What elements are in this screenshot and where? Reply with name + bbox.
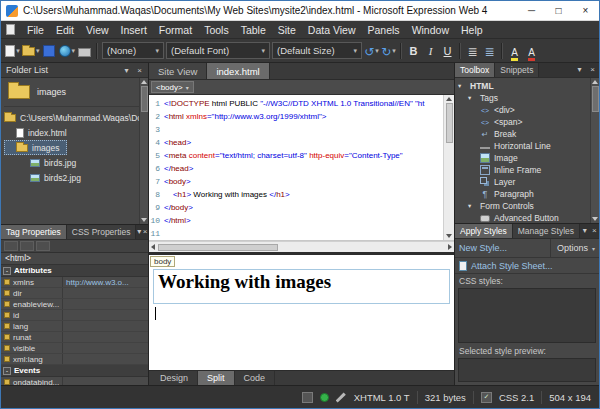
compatibility-check-icon[interactable]: ✓ — [481, 392, 492, 403]
code-vertical-scrollbar[interactable] — [443, 95, 454, 240]
panel-menu-icon[interactable]: ▾ — [580, 224, 589, 236]
scroll-up-icon[interactable] — [592, 80, 598, 84]
collapse-icon[interactable]: - — [3, 267, 11, 275]
tab-css-properties[interactable]: CSS Properties — [67, 225, 137, 239]
view-tab-code[interactable]: Code — [235, 371, 276, 385]
toolbox-item-break[interactable]: Break — [455, 128, 590, 140]
view-tab-split[interactable]: Split — [198, 371, 235, 385]
attribute-row[interactable]: enableview... — [1, 299, 148, 310]
design-view[interactable]: body Working with images — [149, 255, 454, 370]
toolbox-item-layer[interactable]: Layer — [455, 176, 590, 188]
underline-button[interactable]: U — [439, 42, 456, 60]
new-document-button[interactable]: ▾ — [4, 42, 21, 60]
code-editor[interactable]: 1<!DOCTYPE html PUBLIC "-//W3C//DTD XHTM… — [149, 95, 443, 240]
toolbox-item-div[interactable]: <div> — [455, 104, 590, 116]
bullet-list-button[interactable] — [464, 42, 481, 60]
toolbox-group-form-controls[interactable]: ▾ Form Controls — [455, 200, 590, 212]
code-line[interactable]: 11 — [149, 227, 443, 240]
toolbox-item-horizontal-line[interactable]: Horizontal Line — [455, 140, 590, 152]
toolbox-item-advanced-button[interactable]: Advanced Button — [455, 212, 590, 223]
italic-button[interactable]: I — [422, 42, 439, 60]
toolbox-scrollbar[interactable] — [590, 78, 599, 223]
menu-file[interactable]: File — [21, 21, 50, 38]
print-button[interactable] — [76, 42, 93, 60]
tab-index-html[interactable]: index.html — [207, 63, 269, 79]
code-text[interactable]: <meta content="text/html; charset=utf-8"… — [164, 149, 403, 162]
code-text[interactable]: <!DOCTYPE html PUBLIC "-//W3C//DTD XHTML… — [164, 97, 425, 110]
site-folder-item[interactable]: images — [4, 80, 139, 107]
toolbox-item-inline-frame[interactable]: Inline Frame — [455, 164, 590, 176]
show-set-properties-icon[interactable] — [36, 241, 50, 251]
publish-status-icon[interactable] — [320, 393, 329, 402]
tree-item-index-html[interactable]: index.html — [4, 125, 139, 140]
scroll-down-icon[interactable] — [446, 234, 452, 238]
menu-window[interactable]: Window — [406, 21, 455, 38]
code-text[interactable]: <head> — [164, 136, 191, 149]
attributes-section-header[interactable]: - Attributes — [1, 265, 148, 277]
undo-button[interactable]: ▾ — [363, 42, 380, 60]
panel-close-icon[interactable]: × — [590, 224, 599, 236]
attribute-row[interactable]: visible — [1, 343, 148, 354]
toolbox-item-paragraph[interactable]: Paragraph — [455, 188, 590, 200]
view-tab-design[interactable]: Design — [151, 371, 198, 385]
code-text[interactable]: <body> — [164, 175, 191, 188]
scrollbar-thumb[interactable] — [592, 86, 599, 112]
font-color-button[interactable] — [523, 42, 540, 60]
code-text[interactable]: </head> — [164, 162, 193, 175]
maximize-button[interactable]: □ — [545, 1, 572, 20]
scrollbar-thumb[interactable] — [141, 86, 148, 112]
attribute-row[interactable]: dir — [1, 288, 148, 299]
tree-item-birds-jpg[interactable]: birds.jpg — [4, 155, 139, 170]
bold-button[interactable]: B — [405, 42, 422, 60]
scroll-down-icon[interactable] — [141, 218, 147, 222]
panel-close-icon[interactable]: × — [142, 225, 148, 237]
menu-tools[interactable]: Tools — [198, 21, 235, 38]
body-block-label[interactable]: body — [150, 256, 175, 267]
code-line[interactable]: 9</body> — [149, 201, 443, 214]
preview-in-browser-button[interactable]: ▾ — [58, 42, 77, 60]
event-row[interactable]: ondatabind... — [1, 377, 148, 385]
toolbox-item-image[interactable]: Image — [455, 152, 590, 164]
code-text[interactable]: <h1> Working with images </h1> — [164, 188, 290, 201]
alphabetical-sort-icon[interactable] — [20, 241, 34, 251]
attach-style-sheet-link[interactable]: Attach Style Sheet... — [455, 258, 599, 274]
quick-tag-body[interactable]: <body> ▾ — [151, 81, 194, 93]
code-line[interactable]: 8 <h1> Working with images </h1> — [149, 188, 443, 201]
scroll-down-icon[interactable] — [592, 217, 598, 221]
options-button[interactable]: Options ▾ — [550, 239, 595, 257]
redo-button[interactable]: ▾ — [380, 42, 397, 60]
scroll-up-icon[interactable] — [141, 80, 147, 84]
panel-menu-icon[interactable]: ▾ — [573, 63, 586, 75]
tab-tag-properties[interactable]: Tag Properties — [1, 225, 67, 239]
attribute-value[interactable]: http://www.w3.o... — [63, 278, 148, 287]
attribute-row[interactable]: xmlnshttp://www.w3.o... — [1, 277, 148, 288]
tree-item-images-folder[interactable]: images — [4, 140, 67, 155]
events-section-header[interactable]: - Events — [1, 365, 148, 377]
menu-panels[interactable]: Panels — [362, 21, 406, 38]
collapse-icon[interactable]: - — [3, 367, 11, 375]
panel-menu-icon[interactable]: ▾ — [120, 64, 133, 76]
close-button[interactable]: × — [572, 1, 599, 20]
toolbox-group-html[interactable]: ▾ HTML — [455, 80, 590, 92]
scrollbar-thumb[interactable] — [446, 103, 453, 143]
scroll-up-icon[interactable] — [446, 97, 452, 101]
font-size-dropdown[interactable]: (Default Size)▾ — [272, 42, 362, 59]
attribute-row[interactable]: runat — [1, 332, 148, 343]
scrollbar-thumb[interactable] — [158, 244, 278, 251]
chevron-down-icon[interactable]: ▾ — [468, 202, 476, 210]
attribute-row[interactable]: lang — [1, 321, 148, 332]
new-style-link[interactable]: New Style... — [459, 243, 507, 253]
code-line[interactable]: 1<!DOCTYPE html PUBLIC "-//W3C//DTD XHTM… — [149, 97, 443, 110]
menu-edit[interactable]: Edit — [50, 21, 80, 38]
visual-aids-icon[interactable] — [302, 392, 313, 403]
toolbox-group-tags[interactable]: ▾ Tags — [455, 92, 590, 104]
highlight-button[interactable] — [506, 42, 523, 60]
code-text[interactable]: <html xmlns="http://www.w3.org/1999/xhtm… — [164, 110, 326, 123]
paragraph-style-dropdown[interactable]: (None)▾ — [102, 42, 164, 59]
scroll-left-icon[interactable] — [151, 244, 155, 250]
tab-site-view[interactable]: Site View — [149, 63, 207, 79]
menu-site[interactable]: Site — [272, 21, 302, 38]
menu-help[interactable]: Help — [455, 21, 489, 38]
chevron-down-icon[interactable]: ▾ — [458, 82, 466, 90]
design-heading-text[interactable]: Working with images — [158, 271, 331, 292]
